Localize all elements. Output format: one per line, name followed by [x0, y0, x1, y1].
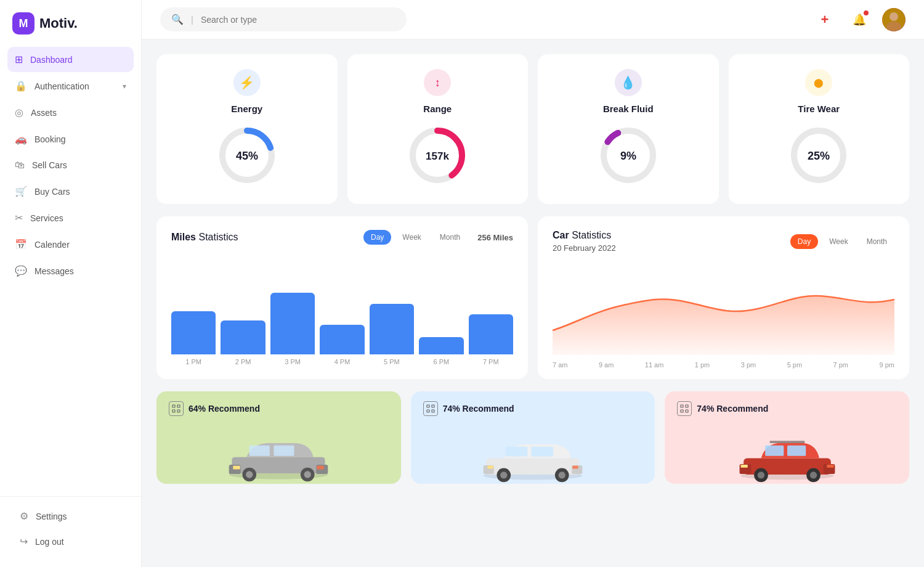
car-recommend-text-1: 64% Recommend — [188, 404, 260, 414]
search-input[interactable] — [201, 15, 395, 25]
bar-value-4pm — [320, 325, 364, 354]
energy-icon: ⚡ — [233, 69, 261, 96]
sidebar-item-authentication[interactable]: 🔒 Authentication ▾ — [7, 73, 134, 99]
sidebar-nav: ⊞ Dashboard 🔒 Authentication ▾ ◎ Assets … — [0, 47, 141, 496]
svg-rect-45 — [487, 466, 493, 469]
car-chart-header: Car Statistics 20 February 2022 Day Week… — [553, 230, 894, 253]
car-tab-day[interactable]: Day — [790, 234, 818, 249]
user-avatar[interactable] — [882, 8, 906, 31]
svg-rect-46 — [572, 466, 578, 469]
miles-tab-day[interactable]: Day — [363, 230, 391, 245]
miles-chart-tabs: Day Week Month — [363, 230, 468, 245]
miles-tab-week[interactable]: Week — [395, 230, 428, 245]
sidebar-label-authentication: Authentication — [34, 81, 89, 91]
svg-rect-28 — [274, 446, 294, 456]
bar-6pm — [419, 337, 463, 354]
svg-rect-31 — [427, 405, 429, 407]
sidebar-item-booking[interactable]: 🚗 Booking — [7, 126, 134, 152]
car-chart-date: 20 February 2022 — [553, 243, 616, 253]
content-area: ⚡ Energy 45% ↕ Range — [142, 39, 924, 567]
logo-icon: M — [12, 12, 34, 35]
area-chart-labels: 7 am 9 am 11 am 1 pm 3 pm 5 pm 7 pm 9 pm — [553, 361, 894, 369]
svg-point-1 — [890, 12, 898, 21]
svg-rect-43 — [506, 447, 528, 457]
miles-chart-header: Miles Statistics Day Week Month 256 Mile… — [171, 230, 513, 245]
svg-point-24 — [246, 471, 253, 478]
stats-row: ⚡ Energy 45% ↕ Range — [156, 54, 909, 204]
car-tab-month[interactable]: Month — [859, 234, 894, 249]
x-label-7am: 7 am — [553, 361, 567, 369]
car-image-3 — [677, 423, 897, 484]
sidebar-item-calendar[interactable]: 📅 Calender — [7, 232, 134, 257]
svg-text:157k: 157k — [426, 150, 449, 162]
x-label-3pm: 3 pm — [741, 361, 756, 369]
tire-wear-chart: 25% — [785, 121, 853, 189]
sidebar-item-settings[interactable]: ⚙ Settings — [15, 504, 126, 528]
svg-rect-18 — [177, 410, 180, 412]
sidebar-label-logout: Log out — [35, 537, 64, 547]
stat-card-break-fluid: 💧 Break Fluid 9% — [538, 54, 719, 204]
car-tab-week[interactable]: Week — [822, 234, 855, 249]
messages-icon: 💬 — [15, 265, 27, 277]
bar-label-2pm: 2 PM — [221, 358, 265, 365]
sidebar-item-sell-cars[interactable]: 🛍 Sell Cars — [7, 153, 134, 177]
car-card-1: 64% Recommend — [156, 391, 401, 484]
car-recommend-2: 74% Recommend — [423, 401, 643, 416]
bar-value-6pm — [419, 337, 463, 354]
sidebar-label-booking: Booking — [34, 134, 66, 144]
svg-rect-50 — [686, 410, 688, 412]
avatar-image — [882, 8, 906, 31]
tire-wear-icon: ⬤ — [805, 69, 832, 96]
svg-point-26 — [304, 471, 311, 478]
topbar: 🔍 | + 🔔 — [142, 0, 924, 39]
energy-chart: 45% — [213, 121, 281, 189]
sidebar-item-dashboard[interactable]: ⊞ Dashboard — [7, 47, 134, 72]
expand-icon-3[interactable] — [677, 401, 692, 416]
bar-label-1pm: 1 PM — [171, 358, 216, 365]
sidebar-item-logout[interactable]: ↪ Log out — [15, 529, 126, 553]
stat-card-energy: ⚡ Energy 45% — [156, 54, 338, 204]
expand-icon-1[interactable] — [169, 401, 184, 416]
add-button[interactable]: + — [813, 8, 837, 31]
dashboard-icon: ⊞ — [15, 54, 23, 65]
auth-icon: 🔒 — [15, 80, 27, 92]
x-label-9am: 9 am — [599, 361, 614, 369]
sidebar-label-buy-cars: Buy Cars — [34, 187, 70, 197]
bar-value-5pm — [370, 304, 414, 354]
sidebar-item-services[interactable]: ✂ Services — [7, 205, 134, 230]
app-name: Motiv. — [39, 15, 78, 31]
break-fluid-icon: 💧 — [615, 69, 642, 96]
bar-value-7pm — [469, 314, 513, 354]
miles-tab-month[interactable]: Month — [432, 230, 468, 245]
sidebar-item-assets[interactable]: ◎ Assets — [7, 100, 134, 125]
bar-label-6pm: 6 PM — [419, 358, 463, 365]
bar-5pm — [370, 304, 414, 354]
sidebar-item-messages[interactable]: 💬 Messages — [7, 258, 134, 284]
miles-chart-title: Miles Statistics — [171, 232, 238, 243]
calendar-icon: 📅 — [15, 239, 27, 250]
energy-title: Energy — [231, 104, 262, 114]
bar-chart — [171, 262, 513, 354]
notifications-button[interactable]: 🔔 — [848, 8, 871, 31]
svg-point-2 — [886, 22, 901, 31]
svg-rect-27 — [249, 446, 270, 456]
range-icon: ↕ — [424, 69, 451, 96]
expand-icon-2[interactable] — [423, 401, 438, 416]
area-chart: 7 am 9 am 11 am 1 pm 3 pm 5 pm 7 pm 9 pm — [553, 263, 894, 361]
sell-cars-icon: 🛍 — [15, 160, 25, 171]
svg-rect-33 — [427, 410, 429, 412]
sidebar-item-buy-cars[interactable]: 🛒 Buy Cars — [7, 179, 134, 204]
logout-icon: ↪ — [20, 536, 28, 547]
search-box[interactable]: 🔍 | — [160, 7, 407, 31]
svg-rect-44 — [531, 447, 553, 457]
sidebar-label-calendar: Calender — [34, 240, 70, 250]
bar-4pm — [320, 325, 364, 354]
bar-label-5pm: 5 PM — [370, 358, 414, 365]
bar-1pm — [171, 311, 216, 354]
app-logo[interactable]: M Motiv. — [0, 0, 141, 47]
svg-rect-15 — [172, 405, 175, 407]
tire-wear-title: Tire Wear — [798, 104, 840, 114]
svg-rect-62 — [827, 465, 833, 468]
stat-card-range: ↕ Range 157k — [347, 54, 529, 204]
svg-rect-29 — [233, 466, 240, 470]
